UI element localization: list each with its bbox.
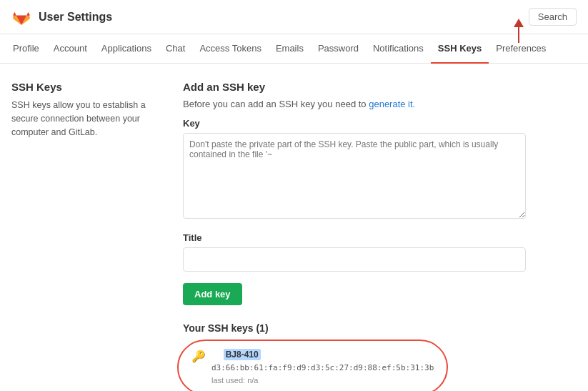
nav-item-password[interactable]: Password xyxy=(311,34,366,64)
main-content: SSH Keys SSH keys allow you to establish… xyxy=(0,64,588,391)
nav-arrow-indicator xyxy=(514,19,524,43)
sidebar-description: SSH Keys SSH keys allow you to establish… xyxy=(11,81,154,391)
header-title: User Settings xyxy=(39,11,112,24)
key-field-label: Key xyxy=(183,118,577,129)
nav-item-emails[interactable]: Emails xyxy=(269,34,311,64)
add-ssh-key-title: Add an SSH key xyxy=(183,81,577,93)
nav-item-profile[interactable]: Profile xyxy=(6,34,46,64)
nav-bar: Profile Account Applications Chat Access… xyxy=(0,34,588,64)
key-icon: 🔑 xyxy=(191,350,206,363)
header-left: User Settings xyxy=(11,7,112,27)
sidebar-text: SSH keys allow you to establish a secure… xyxy=(11,99,154,139)
key-details: BJ8-410 d3:66:bb:61:fa:f9:d9:d3:5c:27:d9… xyxy=(211,348,434,387)
header: User Settings Search xyxy=(0,0,588,34)
arrow-line xyxy=(518,27,519,43)
key-name-prefix xyxy=(211,350,221,360)
nav-item-chat[interactable]: Chat xyxy=(159,34,192,64)
content-area: Add an SSH key Before you can add an SSH… xyxy=(183,81,577,391)
nav-item-account[interactable]: Account xyxy=(46,34,94,64)
nav-item-applications[interactable]: Applications xyxy=(94,34,159,64)
key-last-used: last used: n/a xyxy=(211,375,434,387)
title-input[interactable] xyxy=(183,247,526,272)
title-section: Title xyxy=(183,232,577,272)
key-fingerprint: d3:66:bb:61:fa:f9:d9:d3:5c:27:d9:88:ef:5… xyxy=(211,362,434,375)
ssh-keys-title: Your SSH keys (1) xyxy=(183,322,577,334)
sidebar-title: SSH Keys xyxy=(11,81,154,93)
nav-item-access-tokens[interactable]: Access Tokens xyxy=(192,34,268,64)
title-field-label: Title xyxy=(183,232,577,243)
key-item: 🔑 BJ8-410 d3:66:bb:61:fa:f9:d9:d3:5c:27:… xyxy=(183,342,442,391)
add-key-button[interactable]: Add key xyxy=(183,283,242,305)
arrow-head-icon xyxy=(514,19,524,27)
nav-item-ssh-keys[interactable]: SSH Keys xyxy=(431,34,489,64)
your-ssh-keys-section: Your SSH keys (1) 🔑 BJ8-410 d3:66:bb:61:… xyxy=(183,322,577,391)
search-button[interactable]: Search xyxy=(529,8,577,26)
nav-item-notifications[interactable]: Notifications xyxy=(366,34,431,64)
key-item-wrapper: 🔑 BJ8-410 d3:66:bb:61:fa:f9:d9:d3:5c:27:… xyxy=(183,342,442,391)
generate-link[interactable]: generate it. xyxy=(369,99,415,109)
add-ssh-key-description: Before you can add an SSH key you need t… xyxy=(183,99,577,109)
key-textarea[interactable] xyxy=(183,133,526,219)
description-text-prefix: Before you can add an SSH key you need t… xyxy=(183,99,367,109)
key-name-highlight: BJ8-410 xyxy=(224,349,261,360)
key-name: BJ8-410 xyxy=(211,348,434,362)
gitlab-logo-icon xyxy=(11,7,31,27)
